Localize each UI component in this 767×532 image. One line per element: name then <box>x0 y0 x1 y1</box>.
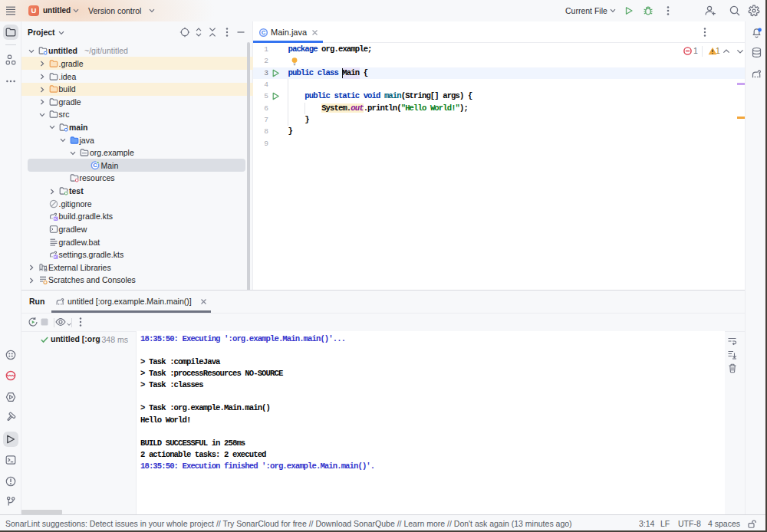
svg-text:C: C <box>262 29 266 36</box>
